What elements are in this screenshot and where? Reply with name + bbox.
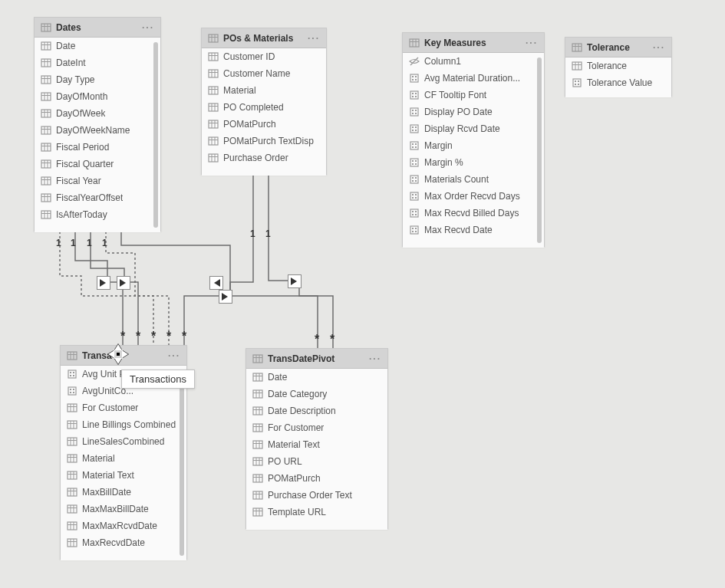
relationship-direction-icon[interactable] [219,290,232,304]
table-dates[interactable]: Dates···DateDateIntDay TypeDayOfMonthDay… [34,17,161,232]
table-pos[interactable]: POs & Materials···Customer IDCustomer Na… [201,28,327,175]
table-key[interactable]: Key Measures···Column1Avg Material Durat… [402,32,545,247]
field-row[interactable]: For Customer [246,419,387,436]
svg-rect-214 [253,424,262,432]
field-row[interactable]: IsAfterToday [35,206,160,223]
svg-rect-56 [209,70,218,77]
field-row[interactable]: Line Billings Combined [61,416,186,433]
field-row[interactable]: PO Completed [202,99,326,116]
field-row[interactable]: Customer Name [202,65,326,82]
field-row[interactable]: PO URL [246,453,387,470]
relationship-direction-icon[interactable] [97,276,110,290]
table-tooltip: Transactions [121,370,195,389]
table-header[interactable]: Transa··· [61,346,186,366]
field-row[interactable]: POMatPurch TextDisp [202,133,326,149]
field-row[interactable]: Template URL [246,504,387,521]
more-icon[interactable]: ··· [369,353,383,364]
more-icon[interactable]: ··· [653,42,667,53]
more-icon[interactable]: ··· [526,38,539,48]
relationship-direction-icon[interactable] [209,276,223,290]
field-row[interactable]: LineSalesCombined [61,433,186,450]
field-row[interactable]: DayOfWeek [35,105,160,122]
col-icon [252,456,263,467]
col-icon [41,125,51,136]
field-row[interactable]: Date [35,38,160,54]
field-row[interactable]: Fiscal Year [35,172,160,189]
col-icon [252,389,263,399]
table-header[interactable]: Dates··· [35,18,160,38]
field-row[interactable]: POMatPurch [246,470,387,487]
field-row[interactable]: Material Text [61,467,186,484]
field-row[interactable]: Fiscal Period [35,139,160,156]
scrollbar[interactable] [153,42,158,228]
field-row[interactable]: Max Recvd Billed Days [403,205,544,222]
field-row[interactable]: Purchase Order Text [246,487,387,504]
field-row[interactable]: DayOfWeekName [35,122,160,139]
table-header[interactable]: Key Measures··· [403,33,544,53]
col-icon [41,41,51,51]
field-row[interactable]: Date [246,369,387,386]
table-header[interactable]: POs & Materials··· [202,28,326,48]
field-row[interactable]: Display PO Date [403,103,544,120]
field-row[interactable]: Tolerance [565,57,671,74]
table-header[interactable]: TransDatePivot··· [246,349,387,369]
svg-rect-105 [410,142,418,149]
field-row[interactable]: Margin [403,137,544,154]
field-row[interactable]: Material Text [246,436,387,453]
more-icon[interactable]: ··· [142,22,156,33]
meas-icon [409,174,420,185]
more-icon[interactable]: ··· [168,350,182,361]
field-row[interactable]: Material [61,450,186,467]
field-row[interactable]: For Customer [61,399,186,416]
svg-rect-162 [68,404,77,412]
col-icon [208,102,219,113]
scrollbar[interactable] [537,57,542,243]
field-row[interactable]: FiscalYearOffset [35,189,160,206]
relationship-direction-icon[interactable] [117,276,130,290]
svg-rect-115 [410,176,418,183]
field-row[interactable]: MaxRecvdDate [61,534,186,551]
table-tol[interactable]: Tolerance···ToleranceTolerance Value [565,37,672,97]
field-row[interactable]: Date Description [246,402,387,419]
svg-rect-89 [415,79,417,80]
table-icon [252,353,263,364]
scrollbar[interactable] [180,370,184,556]
col-icon [67,504,77,514]
field-row[interactable]: Margin % [403,154,544,171]
field-row[interactable]: CF Tooltip Font [403,87,544,103]
table-pivot[interactable]: TransDatePivot···DateDate CategoryDate D… [246,348,388,529]
field-row[interactable]: DateInt [35,54,160,71]
field-row[interactable]: Date Category [246,386,387,402]
field-row[interactable]: Material [202,82,326,99]
field-row[interactable]: Purchase Order [202,149,326,166]
svg-rect-93 [412,96,414,97]
field-row[interactable]: Max Order Recvd Days [403,188,544,205]
meas-icon [409,225,420,235]
field-row[interactable]: Max Recvd Date [403,222,544,238]
cardinality-label: * [182,330,186,343]
field-label: Materials Count [424,174,489,185]
field-row[interactable]: MaxMaxRcvdDate [61,517,186,534]
field-row[interactable]: DayOfMonth [35,88,160,105]
field-row[interactable]: Day Type [35,71,160,88]
field-row[interactable]: MaxBillDate [61,484,186,501]
field-row[interactable]: Customer ID [202,48,326,65]
relationship-direction-icon[interactable] [288,274,302,288]
field-row[interactable]: Avg Material Duration... [403,70,544,87]
field-row[interactable]: Column1 [403,53,544,70]
svg-rect-16 [41,93,51,100]
field-row[interactable]: Materials Count [403,171,544,188]
model-canvas[interactable]: { "tables": { "dates": { "title": "Dates… [0,0,725,588]
more-icon[interactable]: ··· [308,33,321,44]
field-row[interactable]: Display Rcvd Date [403,120,544,137]
field-row[interactable]: Fiscal Quarter [35,156,160,172]
cardinality-label: 1 [87,238,92,248]
field-row[interactable]: Tolerance Value [565,74,671,91]
svg-rect-134 [415,231,417,232]
field-row[interactable]: MaxMaxBillDate [61,501,186,517]
field-row[interactable]: POMatPurch [202,116,326,133]
svg-rect-139 [572,62,582,70]
svg-rect-116 [412,177,414,179]
svg-rect-112 [415,160,417,162]
table-header[interactable]: Tolerance··· [565,38,671,57]
